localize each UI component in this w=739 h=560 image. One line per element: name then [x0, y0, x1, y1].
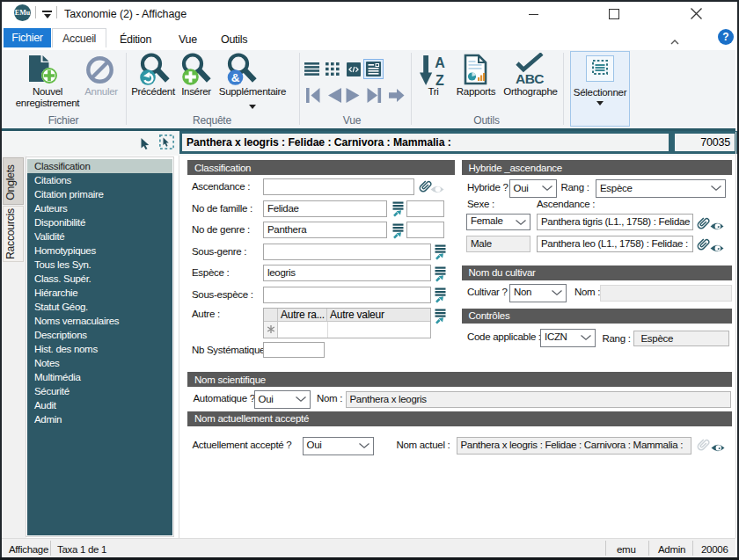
- svg-text:A: A: [435, 55, 445, 70]
- svg-text:ABC: ABC: [516, 71, 544, 84]
- svg-text:&: &: [231, 71, 240, 84]
- svg-text:Z: Z: [435, 73, 444, 87]
